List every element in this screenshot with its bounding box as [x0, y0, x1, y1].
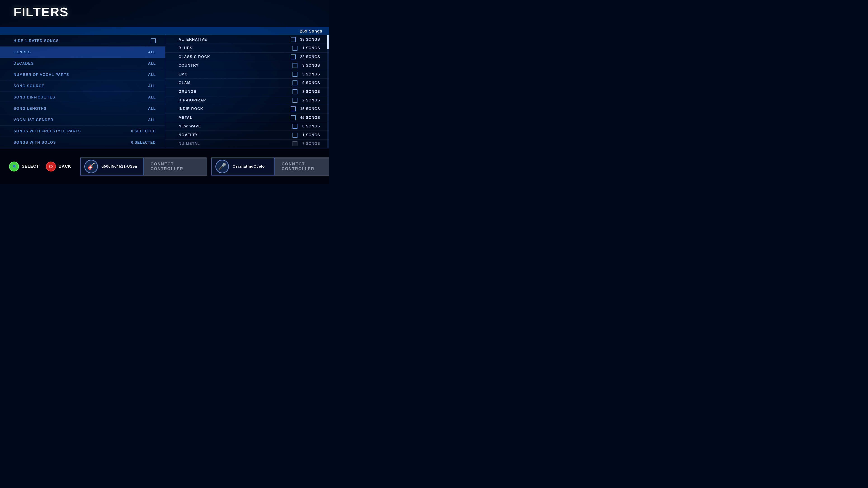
- genre-name-11: NOVELTY: [169, 133, 292, 137]
- bottom-bar: ✕ SELECT BACK 🎸 q506f5c4b11-USen CONNECT…: [0, 148, 329, 184]
- genre-checkbox-8[interactable]: [291, 106, 296, 111]
- genre-name-10: NEW WAVE: [169, 124, 292, 128]
- genre-row-10[interactable]: NEW WAVE6 SONGS: [165, 122, 329, 131]
- genre-count-6: 8 SONGS: [302, 90, 324, 94]
- genre-row-7[interactable]: HIP-HOP/RAP2 SONGS: [165, 96, 329, 105]
- connect-controller-button-1[interactable]: CONNECT CONTROLLER: [144, 158, 207, 175]
- player-slots: 🎸 q506f5c4b11-USen CONNECT CONTROLLER 🎤 …: [80, 158, 329, 175]
- filter-value-1: ALL: [148, 50, 156, 54]
- genre-checkbox-12[interactable]: [292, 141, 298, 146]
- genre-count-11: 1 SONGS: [302, 133, 324, 137]
- filter-label-2: DECADES: [13, 61, 34, 66]
- genre-count-7: 2 SONGS: [302, 98, 324, 102]
- genre-checkbox-9[interactable]: [291, 115, 296, 120]
- filter-row-7[interactable]: VOCALIST GENDERALL: [0, 114, 165, 126]
- back-label: BACK: [59, 164, 71, 169]
- filter-row-8[interactable]: SONGS WITH FREESTYLE PARTS0 SELECTED: [0, 126, 165, 137]
- genre-row-9[interactable]: METAL45 SONGS: [165, 113, 329, 122]
- filter-value-2: ALL: [148, 61, 156, 66]
- genre-row-1[interactable]: BLUES1 SONGS: [165, 44, 329, 53]
- filter-row-4[interactable]: SONG SOURCEALL: [0, 80, 165, 92]
- filter-value-7: ALL: [148, 118, 156, 122]
- genre-checkbox-7[interactable]: [292, 98, 298, 103]
- player-slot-2: 🎤 OscillatingOcelo CONNECT CONTROLLER: [211, 158, 329, 175]
- genre-count-12: 7 SONGS: [302, 142, 324, 146]
- filter-label-6: SONG LENGTHS: [13, 107, 46, 111]
- song-count-bar: 269 Songs: [0, 27, 329, 35]
- microphone-icon: 🎤: [218, 163, 226, 170]
- player-card-1: 🎸 q506f5c4b11-USen: [80, 158, 144, 175]
- filter-row-2[interactable]: DECADESALL: [0, 58, 165, 69]
- player-icon-1: 🎸: [84, 160, 98, 173]
- genre-row-5[interactable]: GLAM9 SONGS: [165, 78, 329, 87]
- genre-count-10: 6 SONGS: [302, 124, 324, 128]
- genre-checkbox-2[interactable]: [291, 55, 296, 59]
- filter-value-8: 0 SELECTED: [131, 129, 156, 133]
- player-name-1: q506f5c4b11-USen: [101, 164, 137, 168]
- genre-name-8: INDIE ROCK: [169, 107, 291, 111]
- scrollbar-thumb[interactable]: [327, 35, 329, 49]
- x-button: ✕: [9, 162, 19, 171]
- player-name-2: OscillatingOcelo: [232, 164, 265, 168]
- genre-row-8[interactable]: INDIE ROCK15 SONGS: [165, 105, 329, 113]
- genre-checkbox-0[interactable]: [291, 37, 296, 42]
- genre-name-2: CLASSIC ROCK: [169, 55, 291, 59]
- genre-panel: ALTERNATIVE38 SONGSBLUES1 SONGSCLASSIC R…: [165, 35, 329, 148]
- scrollbar-track[interactable]: [327, 35, 329, 148]
- filter-label-5: SONG DIFFICULTIES: [13, 95, 55, 99]
- button-hints: ✕ SELECT BACK: [9, 162, 71, 171]
- genre-checkbox-3[interactable]: [292, 63, 298, 68]
- main-content: HIDE 1-RATED SONGSGENRESALLDECADESALLNUM…: [0, 35, 329, 148]
- filter-label-3: NUMBER OF VOCAL PARTS: [13, 73, 69, 77]
- genre-count-9: 45 SONGS: [300, 116, 324, 120]
- song-count: 269 Songs: [300, 29, 322, 34]
- checkbox-0[interactable]: [151, 38, 156, 43]
- filter-value-6: ALL: [148, 107, 156, 111]
- genre-count-5: 9 SONGS: [302, 81, 324, 85]
- genre-row-6[interactable]: GRUNGE8 SONGS: [165, 88, 329, 96]
- filter-label-0: HIDE 1-RATED SONGS: [13, 39, 59, 43]
- filter-row-1[interactable]: GENRESALL: [0, 46, 165, 58]
- genre-row-3[interactable]: COUNTRY3 SONGS: [165, 61, 329, 70]
- genre-name-12: NU-METAL: [169, 142, 292, 146]
- genre-count-2: 22 SONGS: [300, 55, 324, 59]
- genre-checkbox-4[interactable]: [292, 72, 298, 77]
- genre-checkbox-11[interactable]: [292, 133, 298, 138]
- genre-name-5: GLAM: [169, 81, 292, 85]
- genre-name-0: ALTERNATIVE: [169, 37, 291, 41]
- genre-checkbox-6[interactable]: [292, 89, 298, 94]
- filter-row-5[interactable]: SONG DIFFICULTIESALL: [0, 92, 165, 103]
- genre-row-11[interactable]: NOVELTY1 SONGS: [165, 131, 329, 139]
- genre-count-8: 15 SONGS: [300, 107, 324, 111]
- page-title: FILTERS: [13, 4, 68, 19]
- genre-checkbox-5[interactable]: [292, 80, 298, 86]
- genre-checkbox-1[interactable]: [292, 46, 298, 51]
- back-hint: BACK: [46, 162, 71, 171]
- genre-row-4[interactable]: EMO5 SONGS: [165, 70, 329, 78]
- connect-controller-button-2[interactable]: CONNECT CONTROLLER: [275, 158, 329, 175]
- genre-name-9: METAL: [169, 116, 291, 120]
- filter-value-5: ALL: [148, 95, 156, 99]
- filter-panel: HIDE 1-RATED SONGSGENRESALLDECADESALLNUM…: [0, 35, 165, 148]
- genre-row-0[interactable]: ALTERNATIVE38 SONGS: [165, 35, 329, 44]
- filter-label-1: GENRES: [13, 50, 31, 54]
- genre-count-0: 38 SONGS: [300, 37, 324, 41]
- genre-name-1: BLUES: [169, 46, 292, 50]
- select-hint: ✕ SELECT: [9, 162, 39, 171]
- player-card-2: 🎤 OscillatingOcelo: [211, 158, 275, 175]
- genre-checkbox-10[interactable]: [292, 124, 298, 129]
- filter-row-3[interactable]: NUMBER OF VOCAL PARTSALL: [0, 69, 165, 80]
- genre-name-6: GRUNGE: [169, 90, 292, 94]
- filter-row-6[interactable]: SONG LENGTHSALL: [0, 103, 165, 114]
- filter-row-9[interactable]: SONGS WITH SOLOS0 SELECTED: [0, 137, 165, 148]
- genre-row-12[interactable]: NU-METAL7 SONGS: [165, 140, 329, 148]
- genre-row-2[interactable]: CLASSIC ROCK22 SONGS: [165, 53, 329, 61]
- genre-count-1: 1 SONGS: [302, 46, 324, 50]
- filter-row-0[interactable]: HIDE 1-RATED SONGS: [0, 35, 165, 46]
- filter-label-4: SONG SOURCE: [13, 84, 44, 88]
- filter-value-4: ALL: [148, 84, 156, 88]
- player-slot-1: 🎸 q506f5c4b11-USen CONNECT CONTROLLER: [80, 158, 207, 175]
- filter-value-3: ALL: [148, 73, 156, 77]
- genre-name-3: COUNTRY: [169, 64, 292, 68]
- genre-name-7: HIP-HOP/RAP: [169, 98, 292, 102]
